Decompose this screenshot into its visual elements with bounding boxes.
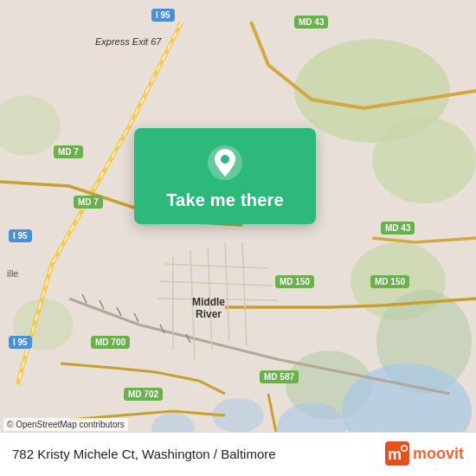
road-label-i95-top: I 95 <box>151 9 175 22</box>
take-me-there-button-label: Take me there <box>166 190 284 210</box>
place-label-middle-river: MiddleRiver <box>192 296 225 321</box>
bottom-bar: 782 Kristy Michele Ct, Washington / Balt… <box>0 432 476 476</box>
road-label-md43-mid: MD 43 <box>381 222 415 235</box>
road-label-md7-left: MD 7 <box>54 145 83 158</box>
svg-point-32 <box>402 447 406 451</box>
moovit-brand-icon: m <box>385 441 409 466</box>
road-label-md150-right: MD 150 <box>370 275 409 288</box>
address-text: 782 Kristy Michele Ct, Washington / Balt… <box>12 447 276 461</box>
osm-attribution: © OpenStreetMap contributors <box>3 418 128 431</box>
take-me-there-card[interactable]: Take me there <box>134 128 316 224</box>
road-label-i95-bottomleft: I 95 <box>9 336 32 349</box>
location-pin-icon <box>206 144 244 182</box>
road-label-md700: MD 700 <box>91 336 130 349</box>
road-label-md150-mid: MD 150 <box>275 275 314 288</box>
moovit-logo: m moovit <box>385 441 464 466</box>
road-label-md587: MD 587 <box>260 370 299 383</box>
map-background: ille <box>0 0 476 476</box>
road-label-i95-left: I 95 <box>9 229 32 242</box>
road-label-md7-mid: MD 7 <box>74 196 103 209</box>
svg-text:m: m <box>388 446 402 463</box>
express-exit-label: Express Exit 67 <box>95 36 161 47</box>
svg-point-2 <box>372 117 476 203</box>
road-label-md702: MD 702 <box>124 388 163 401</box>
road-label-md43-top: MD 43 <box>294 16 328 29</box>
map-container: ille Express Exit 67 I 95 I 95 I 95 MD 4… <box>0 0 476 476</box>
moovit-wordmark: moovit <box>413 445 464 463</box>
svg-point-28 <box>221 155 229 164</box>
svg-text:ille: ille <box>7 268 18 279</box>
